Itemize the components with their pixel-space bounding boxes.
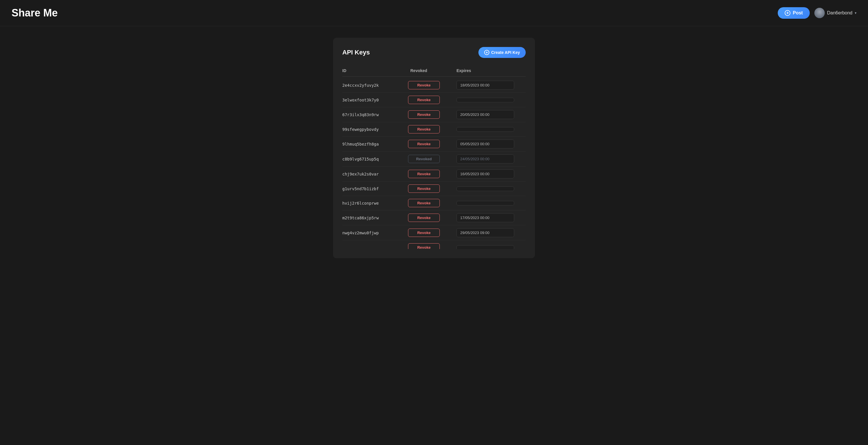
table-row: chj9ex7uk2s0var Revoke 16/05/2023 00:00 xyxy=(342,167,526,182)
avatar xyxy=(814,8,825,18)
table-header: ID Revoked Expires xyxy=(342,66,526,77)
table-row: m2t9tca86xjp5rw Revoke 17/05/2023 00:00 xyxy=(342,211,526,225)
table-row: c8b9lvg6715up5q Revoked 24/05/2023 00:00 xyxy=(342,152,526,167)
revoke-button-1[interactable]: Revoke xyxy=(408,96,440,104)
key-id-2: 67r3ilx3q83n9rw xyxy=(342,113,406,117)
revoked-button-5: Revoked xyxy=(408,155,440,163)
expires-field-11 xyxy=(457,245,514,249)
revoke-button-6[interactable]: Revoke xyxy=(408,170,440,178)
plus-circle-icon: + xyxy=(785,10,790,16)
table-row: 99sfewegpybovdy Revoke xyxy=(342,122,526,137)
table-row: g1urv5nd7b1izbf Revoke xyxy=(342,182,526,196)
revoke-button-10[interactable]: Revoke xyxy=(408,228,440,237)
key-id-5: c8b9lvg6715up5q xyxy=(342,157,406,161)
revoke-button-8[interactable]: Revoke xyxy=(408,199,440,207)
col-revoked: Revoked xyxy=(410,68,457,73)
user-area[interactable]: Dan6erbond ▾ xyxy=(814,8,857,18)
create-api-key-button[interactable]: + Create API Key xyxy=(478,47,526,58)
revoke-button-3[interactable]: Revoke xyxy=(408,125,440,133)
revoke-button-0[interactable]: Revoke xyxy=(408,81,440,89)
table-body: 2e4ccxv2yfuvy2k Revoke 18/05/2023 00:00 … xyxy=(342,78,526,249)
table-row: hvij2r6lconprwe Revoke xyxy=(342,196,526,211)
panel-header: API Keys + Create API Key xyxy=(342,47,526,58)
header-right: + Post Dan6erbond ▾ xyxy=(778,7,857,19)
expires-field-6: 16/05/2023 00:00 xyxy=(457,169,514,179)
key-id-10: nwg4vz2mwu0fjwp xyxy=(342,230,406,235)
key-id-3: 99sfewegpybovdy xyxy=(342,127,406,132)
revoke-button-11[interactable]: Revoke xyxy=(408,243,440,249)
table-row: 3elwoxfoot3k7y0 Revoke xyxy=(342,93,526,107)
expires-field-7 xyxy=(457,187,514,191)
col-id: ID xyxy=(342,68,410,73)
col-expires: Expires xyxy=(457,68,526,73)
expires-field-9: 17/05/2023 00:00 xyxy=(457,213,514,222)
table-row: nwg4vz2mwu0fjwp Revoke 29/05/2023 09:00 xyxy=(342,225,526,241)
key-id-4: 9lhmuq5bezfh8ga xyxy=(342,142,406,147)
key-id-9: m2t9tca86xjp5rw xyxy=(342,216,406,220)
username-label: Dan6erbond xyxy=(827,10,852,15)
create-api-key-label: Create API Key xyxy=(491,50,520,55)
key-id-6: chj9ex7uk2s0var xyxy=(342,172,406,177)
expires-field-1 xyxy=(457,98,514,102)
main-content: API Keys + Create API Key ID Revoked Exp… xyxy=(0,26,868,270)
expires-field-5: 24/05/2023 00:00 xyxy=(457,155,514,163)
revoke-button-7[interactable]: Revoke xyxy=(408,185,440,193)
app-title: Share Me xyxy=(11,7,58,19)
api-keys-panel: API Keys + Create API Key ID Revoked Exp… xyxy=(333,38,535,258)
table-row: 67r3ilx3q83n9rw Revoke 20/05/2023 00:00 xyxy=(342,107,526,122)
post-button-label: Post xyxy=(793,10,803,15)
expires-field-4: 05/05/2023 00:00 xyxy=(457,139,514,149)
key-id-8: hvij2r6lconprwe xyxy=(342,201,406,205)
revoke-button-4[interactable]: Revoke xyxy=(408,140,440,148)
key-id-1: 3elwoxfoot3k7y0 xyxy=(342,98,406,102)
avatar-image xyxy=(814,8,825,18)
expires-field-3 xyxy=(457,127,514,132)
table-row: 2e4ccxv2yfuvy2k Revoke 18/05/2023 00:00 xyxy=(342,78,526,93)
expires-field-0: 18/05/2023 00:00 xyxy=(457,81,514,90)
header: Share Me + Post Dan6erbond ▾ xyxy=(0,0,868,26)
post-button[interactable]: + Post xyxy=(778,7,810,19)
panel-title: API Keys xyxy=(342,49,370,56)
table-row: 9lhmuq5bezfh8ga Revoke 05/05/2023 00:00 xyxy=(342,137,526,152)
expires-field-2: 20/05/2023 00:00 xyxy=(457,110,514,119)
revoke-button-9[interactable]: Revoke xyxy=(408,214,440,222)
table-row: Revoke xyxy=(342,241,526,249)
chevron-down-icon: ▾ xyxy=(855,11,857,15)
key-id-7: g1urv5nd7b1izbf xyxy=(342,187,406,191)
expires-field-10: 29/05/2023 09:00 xyxy=(457,228,514,237)
create-plus-icon: + xyxy=(484,50,489,55)
key-id-0: 2e4ccxv2yfuvy2k xyxy=(342,83,406,88)
expires-field-8 xyxy=(457,201,514,205)
revoke-button-2[interactable]: Revoke xyxy=(408,110,440,119)
